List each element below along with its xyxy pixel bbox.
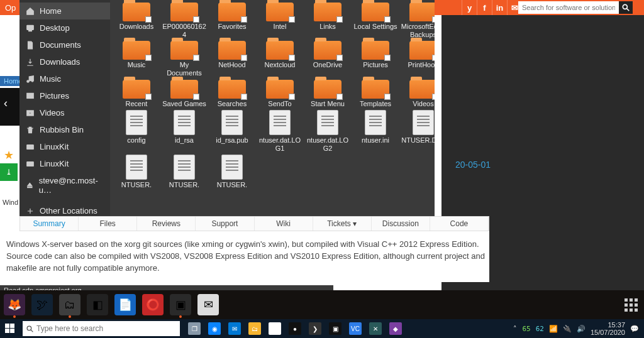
item-label: NTUSER. — [217, 181, 247, 189]
twitter-icon[interactable]: y — [462, 0, 477, 15]
file-item[interactable]: NTUSER. — [209, 155, 255, 190]
star-icon[interactable]: ★ — [0, 146, 18, 165]
tab-discussion[interactable]: Discussion — [372, 217, 430, 231]
tab-summary[interactable]: Summary — [20, 217, 79, 231]
taskbar-explorer-icon[interactable]: 🗂 — [245, 319, 264, 338]
folder-item[interactable]: Nextcloud — [257, 41, 303, 78]
taskbar-edge-icon[interactable]: ◉ — [205, 319, 224, 338]
svg-line-1 — [627, 9, 630, 11]
facebook-icon[interactable]: f — [477, 0, 492, 15]
folder-item[interactable]: Recent — [114, 80, 159, 109]
item-label: My Documents — [162, 61, 207, 77]
svg-point-7 — [28, 94, 30, 95]
tab-code[interactable]: Code — [430, 217, 489, 231]
dock-terminal-icon[interactable]: ▣ — [170, 294, 191, 315]
taskbar-cmd-icon[interactable]: ▣ — [326, 319, 345, 338]
folder-item[interactable]: Intel — [257, 3, 303, 40]
taskbar-affinity-icon[interactable]: ◆ — [386, 319, 405, 338]
folder-item[interactable]: EP0000601624 — [162, 3, 207, 40]
item-label: NetHood — [218, 61, 245, 69]
item-label: Searches — [218, 100, 247, 108]
volume-icon[interactable]: 🔊 — [577, 325, 586, 333]
start-button[interactable] — [0, 319, 20, 338]
sidebar-item-rubbish-bin[interactable]: Rubbish Bin — [19, 121, 110, 138]
tab-wiki[interactable]: Wiki — [255, 217, 313, 231]
sidebar-item-steve-nc-most-u-[interactable]: steve@nc.most-u… — [19, 172, 110, 199]
file-item[interactable]: ntuser.ini — [353, 110, 398, 153]
dock-mail-icon[interactable]: ✉ — [197, 294, 219, 315]
tab-files[interactable]: Files — [79, 217, 137, 231]
taskbar-terminal-icon[interactable]: ❯ — [306, 319, 325, 338]
folder-item[interactable]: PrintHood — [401, 41, 435, 78]
folder-item[interactable]: OneDrive — [305, 41, 350, 78]
taskbar-blackapp-icon[interactable]: ● — [286, 319, 304, 338]
sidebar-item-linuxkit[interactable]: LinuxKit — [19, 138, 110, 155]
taskbar-mail-icon[interactable]: ✉ — [225, 319, 244, 338]
folder-item[interactable]: SendTo — [257, 80, 303, 109]
sidebar-item-desktop[interactable]: Desktop — [19, 19, 110, 36]
dock-rect-icon[interactable]: ◧ — [87, 294, 108, 315]
file-item[interactable]: NTUSER. — [162, 155, 207, 190]
folder-item[interactable]: Saved Games — [162, 80, 207, 109]
sidebar-item-home[interactable]: Home — [19, 3, 110, 19]
download-chip[interactable]: ⤓ — [0, 163, 18, 181]
sidebar-item-downloads[interactable]: Downloads — [19, 53, 110, 70]
dock-thunderbird-icon[interactable]: 🕊 — [31, 294, 53, 315]
file-item[interactable]: ntuser.dat.LOG1 — [257, 110, 303, 153]
dock-writer-icon[interactable]: 📄 — [114, 294, 136, 315]
file-item[interactable]: NTUSER. — [114, 155, 159, 190]
document-icon — [317, 110, 338, 135]
svg-rect-15 — [5, 329, 9, 333]
clock[interactable]: 15:37 15/07/2020 — [591, 321, 625, 336]
sidebar-item-documents[interactable]: Documents — [19, 36, 110, 53]
file-item[interactable]: config — [114, 110, 159, 153]
folder-item[interactable]: Templates — [353, 80, 398, 109]
sidebar-item-music[interactable]: Music — [19, 70, 110, 87]
sidebar-item-pictures[interactable]: Pictures — [19, 87, 110, 104]
taskbar-store-icon[interactable]: 🛍 — [265, 319, 284, 338]
tab-support[interactable]: Support — [196, 217, 254, 231]
folder-item[interactable]: Searches — [209, 80, 255, 109]
sidebar-item-linuxkit[interactable]: LinuxKit — [19, 155, 110, 172]
taskbar-vc-icon[interactable]: VC — [346, 319, 365, 338]
folder-item[interactable]: Links — [305, 3, 350, 40]
sidebar-item-videos[interactable]: Videos — [19, 104, 110, 121]
folder-item[interactable]: Videos — [401, 80, 435, 109]
taskbar-taskview-icon[interactable]: ❐ — [185, 319, 204, 338]
folder-item[interactable]: My Documents — [162, 41, 207, 78]
sidebar-item-label: Pictures — [40, 91, 69, 101]
dock-help-icon[interactable]: ⭕ — [142, 294, 164, 315]
taskbar-xming-icon[interactable]: ✕ — [366, 319, 385, 338]
wind-fragment: Wind — [0, 197, 21, 207]
item-label: NTUSER. — [121, 181, 152, 189]
notifications-icon[interactable]: 💬 — [630, 325, 639, 333]
folder-item[interactable]: Pictures — [353, 41, 398, 78]
dock-firefox-icon[interactable]: 🦊 — [4, 294, 25, 315]
show-applications-icon[interactable] — [621, 295, 640, 314]
wifi-icon[interactable]: 📶 — [549, 325, 558, 333]
taskbar-search[interactable] — [23, 321, 180, 336]
taskbar-app-icons: ❐◉✉🗂🛍●❯▣VC✕◆ — [185, 319, 405, 338]
linkedin-icon[interactable]: in — [492, 0, 507, 15]
file-item[interactable]: id_rsa.pub — [209, 110, 255, 153]
folder-item[interactable]: Downloads — [114, 3, 159, 40]
dock-files-icon[interactable]: 🗂 — [59, 294, 80, 315]
tab-reviews[interactable]: Reviews — [137, 217, 196, 231]
file-item[interactable]: ntuser.dat.LOG2 — [305, 110, 350, 153]
file-item[interactable]: id_rsa — [162, 110, 207, 153]
tab-tickets[interactable]: Tickets ▾ — [313, 217, 372, 231]
folder-item[interactable]: Music — [114, 41, 159, 78]
search-button[interactable] — [619, 1, 633, 14]
tray-chevron-icon[interactable]: ˄ — [513, 325, 517, 333]
chevron-left-icon[interactable]: ‹ — [0, 88, 19, 119]
folder-item[interactable]: Local Settings — [353, 3, 398, 40]
folder-item[interactable]: Favorites — [209, 3, 255, 40]
folder-item[interactable]: Start Menu — [305, 80, 350, 109]
power-icon[interactable]: 🔌 — [563, 325, 572, 333]
search-input[interactable] — [518, 1, 619, 14]
taskbar-search-input[interactable] — [36, 322, 180, 335]
file-item[interactable]: NTUSER.DAT — [401, 110, 435, 153]
folder-item[interactable]: NetHood — [209, 41, 255, 78]
folder-item[interactable]: MicrosoftEdgeBackups — [401, 3, 435, 40]
item-label: MicrosoftEdgeBackups — [401, 23, 435, 38]
